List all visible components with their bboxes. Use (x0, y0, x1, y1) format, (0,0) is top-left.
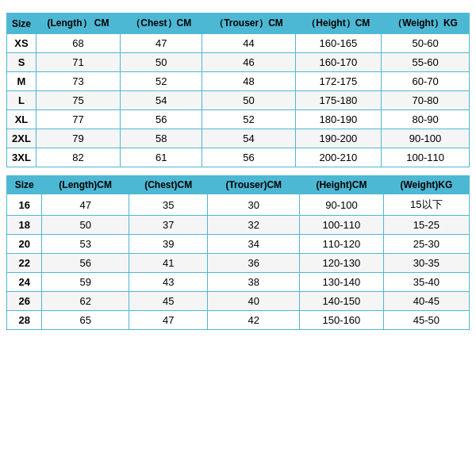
table-row: 18503732100-11015-25 (7, 216, 470, 235)
adult-cell-6-4: 200-210 (295, 148, 382, 167)
children-cell-5-1: 62 (42, 292, 129, 311)
adult-cell-0-1: 68 (36, 34, 121, 53)
children-cell-4-3: 38 (208, 273, 300, 292)
children-cell-3-3: 36 (208, 254, 300, 273)
adult-cell-0-3: 44 (202, 34, 295, 53)
adult-cell-2-0: M (7, 72, 36, 91)
adult-cell-1-4: 160-170 (295, 53, 382, 72)
children-cell-3-0: 22 (7, 254, 42, 273)
adult-table-header: Size(Length） CM（Chest）CM（Trouser）CM（Heig… (7, 13, 470, 34)
adult-cell-2-2: 52 (121, 72, 202, 91)
children-cell-0-3: 30 (208, 194, 300, 216)
children-header-row: Size(Length)CM(Chest)CM(Trouser)CM(Heigh… (7, 176, 470, 194)
table-row: 20533934110-12025-30 (7, 235, 470, 254)
table-row: M735248172-17560-70 (7, 72, 470, 91)
adult-cell-0-0: XS (7, 34, 36, 53)
adult-cell-3-3: 50 (202, 91, 295, 110)
children-cell-6-4: 150-160 (300, 311, 384, 330)
children-cell-5-3: 40 (208, 292, 300, 311)
adult-cell-4-5: 80-90 (382, 110, 470, 129)
table-row: 26624540140-15040-45 (7, 292, 470, 311)
children-cell-2-3: 34 (208, 235, 300, 254)
children-cell-6-5: 45-50 (383, 311, 469, 330)
adult-cell-4-3: 52 (202, 110, 295, 129)
children-cell-1-1: 50 (42, 216, 129, 235)
children-cell-0-2: 35 (129, 194, 207, 216)
table-row: XL775652180-19080-90 (7, 110, 470, 129)
children-cell-0-4: 90-100 (300, 194, 384, 216)
children-cell-4-1: 59 (42, 273, 129, 292)
table-row: 22564136120-13030-35 (7, 254, 470, 273)
children-header-col-4: (Height)CM (300, 176, 384, 194)
children-cell-1-5: 15-25 (383, 216, 469, 235)
children-cell-4-5: 35-40 (383, 273, 469, 292)
children-cell-3-1: 56 (42, 254, 129, 273)
children-cell-3-2: 41 (129, 254, 207, 273)
children-cell-2-4: 110-120 (300, 235, 384, 254)
adult-cell-4-0: XL (7, 110, 36, 129)
children-cell-6-3: 42 (208, 311, 300, 330)
children-cell-1-2: 37 (129, 216, 207, 235)
adult-cell-3-4: 175-180 (295, 91, 382, 110)
adult-section: Size(Length） CM（Chest）CM（Trouser）CM（Heig… (6, 8, 470, 171)
adult-cell-3-1: 75 (36, 91, 121, 110)
adult-cell-3-0: L (7, 91, 36, 110)
children-cell-4-2: 43 (129, 273, 207, 292)
children-cell-1-3: 32 (208, 216, 300, 235)
children-cell-6-1: 65 (42, 311, 129, 330)
children-cell-4-4: 130-140 (300, 273, 384, 292)
adult-cell-2-3: 48 (202, 72, 295, 91)
adult-cell-1-2: 50 (121, 53, 202, 72)
table-row: XS684744160-16550-60 (7, 34, 470, 53)
children-header-col-3: (Trouser)CM (208, 176, 300, 194)
children-header-col-1: (Length)CM (42, 176, 129, 194)
adult-header-col-5: （Weight）KG (382, 13, 470, 34)
children-table: Size(Length)CM(Chest)CM(Trouser)CM(Heigh… (6, 175, 470, 330)
children-cell-2-0: 20 (7, 235, 42, 254)
adult-cell-6-5: 100-110 (382, 148, 470, 167)
children-cell-3-4: 120-130 (300, 254, 384, 273)
children-header-col-2: (Chest)CM (129, 176, 207, 194)
table-row: 1647353090-10015以下 (7, 194, 470, 216)
children-cell-1-4: 100-110 (300, 216, 384, 235)
adult-cell-3-2: 54 (121, 91, 202, 110)
children-cell-0-1: 47 (42, 194, 129, 216)
adult-cell-1-1: 71 (36, 53, 121, 72)
table-row: 2XL795854190-20090-100 (7, 129, 470, 148)
children-table-header: Size(Length)CM(Chest)CM(Trouser)CM(Heigh… (7, 176, 470, 194)
adult-cell-2-5: 60-70 (382, 72, 470, 91)
adult-cell-0-5: 50-60 (382, 34, 470, 53)
adult-cell-1-3: 46 (202, 53, 295, 72)
adult-cell-6-3: 56 (202, 148, 295, 167)
adult-cell-5-0: 2XL (7, 129, 36, 148)
adult-cell-2-4: 172-175 (295, 72, 382, 91)
adult-header-col-4: （Height）CM (295, 13, 382, 34)
children-cell-0-5: 15以下 (383, 194, 469, 216)
adult-cell-0-4: 160-165 (295, 34, 382, 53)
table-row: 24594338130-14035-40 (7, 273, 470, 292)
table-row: 3XL826156200-210100-110 (7, 148, 470, 167)
children-cell-6-2: 47 (129, 311, 207, 330)
children-table-body: 1647353090-10015以下18503732100-11015-2520… (7, 194, 470, 330)
adult-header-col-3: （Trouser）CM (202, 13, 295, 34)
adult-cell-5-1: 79 (36, 129, 121, 148)
adult-cell-5-5: 90-100 (382, 129, 470, 148)
adult-cell-5-3: 54 (202, 129, 295, 148)
children-cell-2-1: 53 (42, 235, 129, 254)
adult-cell-1-0: S (7, 53, 36, 72)
adult-cell-2-1: 73 (36, 72, 121, 91)
adult-table-body: XS684744160-16550-60S715046160-17055-60M… (7, 34, 470, 167)
children-header-col-0: Size (7, 176, 42, 194)
adult-cell-4-1: 77 (36, 110, 121, 129)
adult-cell-6-2: 61 (121, 148, 202, 167)
adult-header-col-1: (Length） CM (36, 13, 121, 34)
adult-header-col-2: （Chest）CM (121, 13, 202, 34)
adult-header-col-0: Size (7, 13, 36, 34)
children-cell-3-5: 30-35 (383, 254, 469, 273)
adult-cell-6-0: 3XL (7, 148, 36, 167)
table-row: L755450175-18070-80 (7, 91, 470, 110)
children-cell-5-0: 26 (7, 292, 42, 311)
adult-cell-0-2: 47 (121, 34, 202, 53)
children-cell-0-0: 16 (7, 194, 42, 216)
children-cell-1-0: 18 (7, 216, 42, 235)
